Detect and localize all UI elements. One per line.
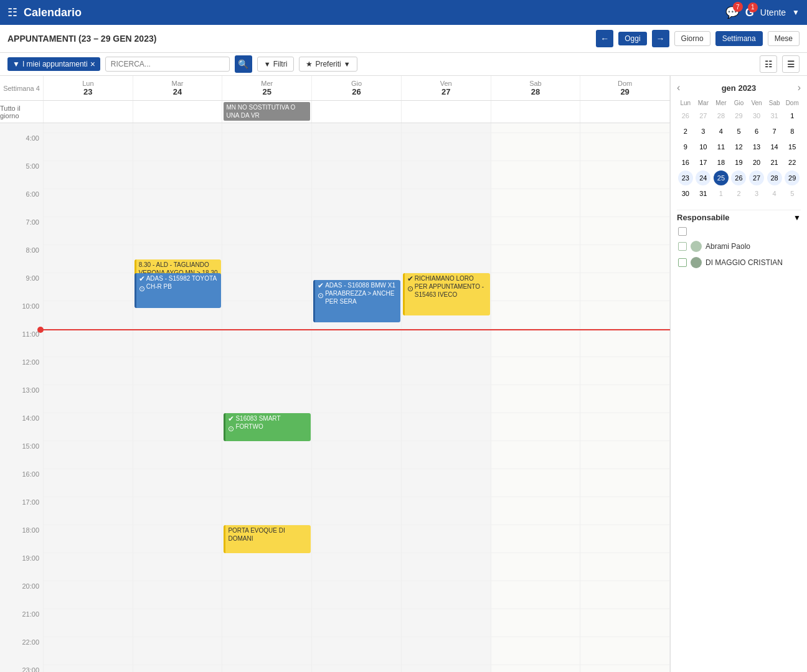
time-cell[interactable] [312,609,402,637]
time-cell[interactable] [580,497,670,525]
time-cell[interactable] [222,189,312,217]
time-cell[interactable] [580,581,670,609]
time-cell[interactable] [402,357,491,385]
time-cell[interactable] [133,357,223,385]
time-cell[interactable] [222,553,312,581]
time-cell[interactable] [402,665,491,672]
time-cell[interactable] [44,385,133,413]
time-cell[interactable] [580,189,670,217]
time-cell[interactable] [402,329,491,357]
search-input[interactable] [105,57,230,72]
time-cell[interactable] [312,329,402,357]
time-cell[interactable] [402,217,491,245]
nav-next-button[interactable]: → [652,30,669,47]
time-cell[interactable] [133,133,223,161]
time-cell[interactable] [133,123,223,133]
time-cell[interactable] [222,329,312,357]
today-button[interactable]: Oggi [618,32,646,45]
mini-cal-day[interactable]: 30 [749,108,764,123]
time-cell[interactable] [312,637,402,665]
time-cell[interactable] [580,273,670,301]
time-cell[interactable] [491,525,581,553]
time-cell[interactable] [133,609,223,637]
time-cell[interactable] [222,497,312,525]
time-cell[interactable] [222,301,312,329]
time-cell[interactable] [44,189,133,217]
time-cell[interactable] [312,525,402,553]
filtri-button[interactable]: ▼ Filtri [257,57,295,72]
mini-cal-day[interactable]: 4 [767,186,782,201]
time-cell[interactable] [312,385,402,413]
event-ev6[interactable]: PORTA EVOQUE DI DOMANI [224,525,311,553]
time-cell[interactable] [402,245,491,273]
grid-view-button[interactable]: ☷ [760,55,777,73]
time-cell[interactable] [491,329,581,357]
time-cell[interactable] [222,245,312,273]
event-ev3[interactable]: ✔⊙ADAS - S16088 BMW X1 PARABREZZA > ANCH… [313,280,400,322]
preferiti-button[interactable]: ★ Preferiti ▼ [299,57,357,72]
mini-cal-day[interactable]: 28 [767,170,782,185]
time-cell[interactable] [312,189,402,217]
mini-cal-day[interactable]: 29 [785,170,800,185]
time-cell[interactable] [133,637,223,665]
time-cell[interactable] [402,385,491,413]
mini-cal-day[interactable]: 30 [678,186,693,201]
mini-cal-day[interactable]: 2 [678,124,693,139]
time-cell[interactable] [580,553,670,581]
mini-cal-day[interactable]: 8 [785,124,800,139]
grid-icon[interactable]: ☷ [7,6,17,19]
time-cell[interactable] [580,469,670,497]
mini-cal-day[interactable]: 25 [714,170,729,185]
time-cell[interactable] [491,123,581,133]
time-cell[interactable] [222,441,312,469]
event-ev2[interactable]: ✔⊙ADAS - S15982 TOYOTA CH-R PB [134,273,222,308]
nav-prev-button[interactable]: ← [596,30,613,47]
time-cell[interactable] [44,637,133,665]
time-cell[interactable] [580,123,670,133]
time-cell[interactable] [133,553,223,581]
view-month-button[interactable]: Mese [768,31,800,46]
event-ev4[interactable]: ✔⊙RICHIAMANO LORO PER APPUNTAMENTO - S15… [403,273,490,315]
time-cell[interactable] [402,133,491,161]
time-cell[interactable] [580,133,670,161]
time-cell[interactable] [222,357,312,385]
time-cell[interactable] [402,497,491,525]
time-cell[interactable] [491,385,581,413]
time-cell[interactable] [491,301,581,329]
google-badge[interactable]: G 1 [745,6,754,19]
time-cell[interactable] [491,217,581,245]
mini-cal-day[interactable]: 13 [749,139,764,154]
time-cell[interactable] [44,413,133,441]
time-cell[interactable] [491,441,581,469]
time-cell[interactable] [133,665,223,672]
time-cell[interactable] [580,385,670,413]
time-cell[interactable] [222,123,312,133]
time-cell[interactable] [44,441,133,469]
time-cell[interactable] [44,301,133,329]
time-cell[interactable] [491,469,581,497]
time-cell[interactable] [491,245,581,273]
time-cell[interactable] [222,665,312,672]
time-cell[interactable] [580,441,670,469]
mini-cal-day[interactable]: 1 [714,186,729,201]
filter-close-icon[interactable]: × [90,59,95,69]
time-cell[interactable] [580,665,670,672]
time-cell[interactable] [222,273,312,301]
time-cell[interactable] [491,609,581,637]
time-cell[interactable] [312,413,402,441]
time-cell[interactable] [580,609,670,637]
time-cell[interactable] [44,525,133,553]
mini-cal-day[interactable]: 9 [678,139,693,154]
time-cell[interactable] [312,553,402,581]
time-cell[interactable] [133,469,223,497]
time-cell[interactable] [312,357,402,385]
time-cell[interactable] [580,525,670,553]
time-cell[interactable] [222,385,312,413]
allday-cell-2[interactable]: MN NO SOSTITUTIVA O UNA DA VR [222,101,312,123]
time-cell[interactable] [133,441,223,469]
search-button[interactable]: 🔍 [235,55,252,73]
time-cell[interactable] [44,245,133,273]
time-cell[interactable] [580,329,670,357]
time-cell[interactable] [312,441,402,469]
time-cell[interactable] [491,161,581,189]
